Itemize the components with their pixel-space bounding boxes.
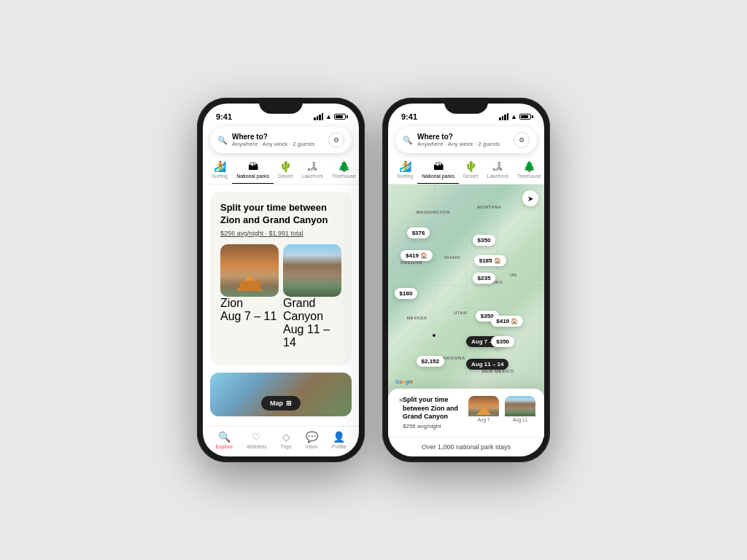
surfing-icon-1: 🏄 xyxy=(214,160,226,172)
lakefront-icon-2: 🏞 xyxy=(492,160,503,172)
price-bubble-350-1[interactable]: $350 xyxy=(473,235,496,246)
search-icon-1: 🔍 xyxy=(217,136,228,145)
status-icons-2: ▲ xyxy=(499,113,531,120)
wishlists-nav-icon-1: ♡ xyxy=(252,431,261,443)
price-bubble-2152[interactable]: $2,152 xyxy=(417,356,444,367)
phone-2: 9:41 ▲ 🔍 Wher xyxy=(382,98,550,462)
map-grid-icon-1: ⊞ xyxy=(286,400,292,407)
tab-desert-1[interactable]: 🌵 Desert xyxy=(274,158,298,184)
tab-treehouse-1[interactable]: 🌲 Treehouse xyxy=(328,158,359,184)
screen-2: 9:41 ▲ 🔍 Wher xyxy=(388,104,544,456)
state-partial: Un xyxy=(510,273,517,277)
wifi-icon-2: ▲ xyxy=(511,113,517,120)
notch-1 xyxy=(259,98,303,114)
listing-price-1: $256 avg/night · $1,991 total xyxy=(220,230,341,237)
profile-nav-icon-1: 👤 xyxy=(333,431,345,443)
tab-label-lakefront-1: Lakefront xyxy=(302,174,323,179)
gc-label-1: Grand Canyon xyxy=(283,297,341,323)
national-parks-icon-1: 🏔 xyxy=(248,160,258,172)
search-label-1: Where to? xyxy=(232,133,324,141)
screen-1: 9:41 ▲ 🔍 Wher xyxy=(203,104,359,456)
price-total-1: $1,991 total xyxy=(269,230,303,237)
compass-button[interactable]: ➤ xyxy=(522,190,538,206)
tab-national-parks-1[interactable]: 🏔 National parks xyxy=(232,158,274,184)
signal-icon-2 xyxy=(499,113,508,120)
trips-nav-label-1: Trips xyxy=(281,444,292,449)
search-sub-2: Anywhere · Any week · 2 guests xyxy=(417,141,509,147)
map-thumb-zion[interactable]: Aug 7 xyxy=(468,396,499,424)
state-idaho: IDAHO xyxy=(444,255,460,260)
state-utah: UTAH xyxy=(454,311,467,315)
price-bubble-185[interactable]: $185 🏠 xyxy=(474,255,506,266)
filter-button-2[interactable]: ⚙ xyxy=(514,132,530,148)
tab-lakefront-1[interactable]: 🏞 Lakefront xyxy=(298,158,328,184)
map-card-price: $256 avg/night xyxy=(403,423,462,429)
park-footer-text: Over 1,000 national park stays xyxy=(422,443,511,451)
zion-date-1: Aug 7 – 11 xyxy=(220,310,279,323)
map-preview-1[interactable]: Map ⊞ xyxy=(210,373,352,416)
tab-treehouse-2[interactable]: 🌲 Treehouse xyxy=(513,158,544,184)
map-card-title: Split your time between Zion and Grand C… xyxy=(403,396,462,421)
map-thumb-label-1: Aug 7 xyxy=(478,417,490,422)
wifi-icon-1: ▲ xyxy=(325,113,332,120)
tab-lakefront-2[interactable]: 🏞 Lakefront xyxy=(483,158,513,184)
bottom-nav-1: 🔍 Explore ♡ Wishlists ◇ Trips 💬 Inbox 👤 xyxy=(203,426,359,456)
category-tabs-1: 🏄 Surfing 🏔 National parks 🌵 Desert 🏞 La… xyxy=(203,158,359,184)
price-bubble-350-3[interactable]: $350 xyxy=(491,336,514,347)
map-thumb-label-2: Aug 11 xyxy=(513,417,528,422)
price-bubble-180[interactable]: $180 xyxy=(395,288,418,299)
filter-button-1[interactable]: ⚙ xyxy=(328,132,344,148)
listing-card-1: Split your time between Zion and Grand C… xyxy=(210,192,352,365)
map-card-close-button[interactable]: ✕ xyxy=(395,394,407,406)
park-footer-2: Over 1,000 national park stays xyxy=(388,437,544,456)
nav-wishlists-1[interactable]: ♡ Wishlists xyxy=(247,431,267,449)
search-label-2: Where to? xyxy=(417,133,509,141)
price-bubble-419-1[interactable]: $419 🏠 xyxy=(400,250,433,261)
tab-surfing-1[interactable]: 🏄 Surfing xyxy=(207,158,232,184)
price-bubble-376[interactable]: $376 xyxy=(407,228,430,238)
tab-desert-2[interactable]: 🌵 Desert xyxy=(459,158,483,184)
status-time-2: 9:41 xyxy=(401,112,417,121)
state-arizona: ARIZONA xyxy=(443,356,465,360)
state-montana: MONTANA xyxy=(477,205,502,209)
grand-canyon-image-1: Grand Canyon Aug 11 – 14 xyxy=(283,244,341,349)
nav-trips-1[interactable]: ◇ Trips xyxy=(281,431,292,449)
zion-image-1: Zion Aug 7 – 11 xyxy=(220,244,279,349)
notch-2 xyxy=(444,98,488,114)
wishlists-nav-label-1: Wishlists xyxy=(247,444,267,449)
tab-label-desert-2: Desert xyxy=(463,174,479,179)
location-dot xyxy=(432,333,436,338)
status-time-1: 9:41 xyxy=(216,112,232,121)
map-button-1[interactable]: Map ⊞ xyxy=(261,396,301,411)
map-card-2: ✕ Split your time between Zion and Grand… xyxy=(388,389,544,437)
tab-surfing-2[interactable]: 🏄 Surfing xyxy=(392,158,417,184)
explore-nav-label-1: Explore xyxy=(215,444,233,449)
state-washington: WASHINGTON xyxy=(417,210,450,214)
price-bubble-419-2[interactable]: $419 🏠 xyxy=(491,316,523,327)
nav-profile-1[interactable]: 👤 Profile xyxy=(332,431,347,449)
nav-explore-1[interactable]: 🔍 Explore xyxy=(215,431,233,449)
map-thumb-gc[interactable]: Aug 11 xyxy=(505,396,535,424)
inbox-nav-label-1: Inbox xyxy=(306,444,318,449)
price-bubble-235[interactable]: $235 xyxy=(473,273,496,284)
tab-national-parks-2[interactable]: 🏔 National parks xyxy=(417,158,459,184)
profile-nav-label-1: Profile xyxy=(332,444,347,449)
map-label-1: Map xyxy=(270,400,283,407)
state-nevada: NEVADA xyxy=(407,316,427,320)
price-bubble-aug11[interactable]: Aug 11 – 14 xyxy=(466,359,508,370)
tab-label-surfing-2: Surfing xyxy=(397,174,413,179)
search-bar-1[interactable]: 🔍 Where to? Anywhere · Any week · 2 gues… xyxy=(210,127,352,153)
search-sub-1: Anywhere · Any week · 2 guests xyxy=(232,141,324,147)
phone-1: 9:41 ▲ 🔍 Wher xyxy=(197,98,365,462)
tab-label-treehouse-2: Treehouse xyxy=(517,174,541,179)
signal-icon-1 xyxy=(314,113,323,120)
nav-inbox-1[interactable]: 💬 Inbox xyxy=(306,431,318,449)
treehouse-icon-1: 🌲 xyxy=(338,160,350,172)
listing-images-1: Zion Aug 7 – 11 Grand Canyon Aug 11 – 14 xyxy=(220,244,341,349)
map-view-2[interactable]: WASHINGTON MONTANA OREGON IDAHO WYOMING … xyxy=(388,184,544,437)
zion-label-1: Zion xyxy=(220,297,279,310)
tab-label-lakefront-2: Lakefront xyxy=(487,174,508,179)
search-bar-2[interactable]: 🔍 Where to? Anywhere · Any week · 2 gues… xyxy=(395,127,537,153)
surfing-icon-2: 🏄 xyxy=(399,160,411,172)
price-avg-1: $256 avg/night · xyxy=(220,230,269,237)
